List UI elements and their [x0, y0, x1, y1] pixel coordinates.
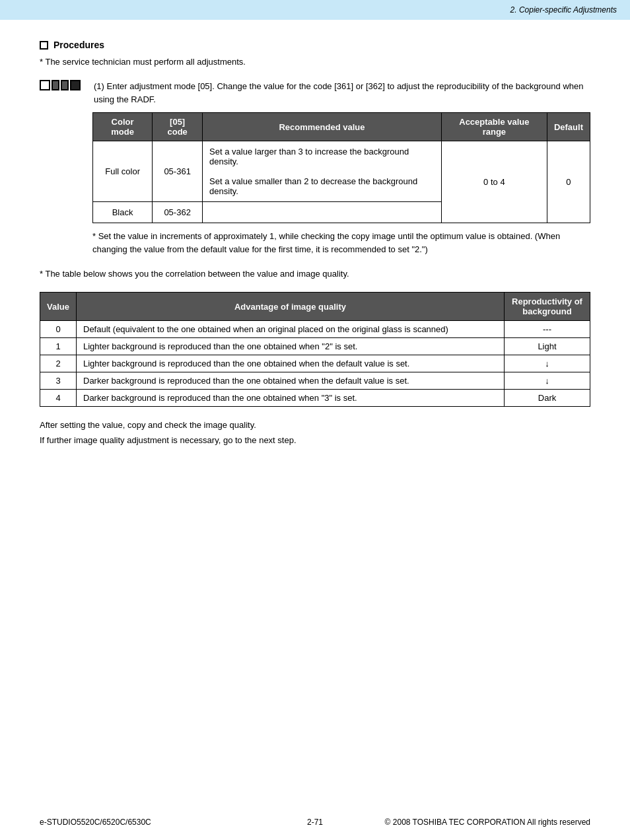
table2-cell-advantage-1: Lighter background is reproduced than th…	[77, 338, 505, 355]
table2-header-repro: Reproductivity of background	[505, 293, 590, 321]
table1: Color mode [05] code Recommended value A…	[92, 112, 590, 223]
page: 2. Copier-specific Adjustments Procedure…	[0, 0, 630, 840]
table1-cell-colormode-0: Full color	[93, 141, 153, 202]
table1-header-code: [05] code	[153, 113, 203, 141]
table2-cell-value-1: 1	[40, 338, 77, 355]
table2-header-advantage: Advantage of image quality	[77, 293, 505, 321]
step1-row: (1) Enter adjustment mode [05]. Change t…	[40, 80, 590, 106]
table1-header-acceptable: Acceptable value range	[441, 113, 547, 141]
table1-cell-code-1: 05-362	[153, 202, 203, 223]
table2-cell-advantage-4: Darker background is reproduced than the…	[77, 390, 505, 407]
table2-row-4: 4 Darker background is reproduced than t…	[40, 390, 590, 407]
step-icons	[40, 80, 86, 90]
table1-cell-default-0: 0	[547, 141, 590, 223]
table2-row-2: 2 Lighter background is reproduced than …	[40, 355, 590, 372]
footer: e-STUDIO5520C/6520C/6530C 2-71 © 2008 TO…	[40, 818, 590, 827]
after-line1: After setting the value, copy and check …	[40, 417, 590, 433]
icon-dark	[70, 80, 81, 90]
content: Procedures * The service technician must…	[0, 20, 630, 488]
header-title: 2. Copier-specific Adjustments	[510, 5, 617, 15]
table2-cell-repro-1: Light	[505, 338, 590, 355]
table1-header-colormode: Color mode	[93, 113, 153, 141]
table1-header-recommended: Recommended value	[203, 113, 442, 141]
table2-cell-advantage-2: Lighter background is reproduced than th…	[77, 355, 505, 372]
table2-row-1: 1 Lighter background is reproduced than …	[40, 338, 590, 355]
table2-cell-value-3: 3	[40, 372, 77, 390]
table2-cell-advantage-3: Darker background is reproduced than the…	[77, 372, 505, 390]
table2-intro: * The table below shows you the correlat…	[40, 269, 590, 279]
table1-cell-recommended-1	[203, 202, 442, 223]
after-text: After setting the value, copy and check …	[40, 417, 590, 448]
note1: * Set the value in increments of approxi…	[92, 230, 590, 256]
footer-center: 2-71	[307, 818, 323, 827]
table2-row-3: 3 Darker background is reproduced than t…	[40, 372, 590, 390]
step1-text: (1) Enter adjustment mode [05]. Change t…	[94, 80, 590, 106]
footer-right: © 2008 TOSHIBA TEC CORPORATION All right…	[385, 818, 590, 827]
table2-cell-repro-0: ---	[505, 321, 590, 338]
icon-filled1	[52, 80, 59, 90]
table2-cell-repro-3: ↓	[505, 372, 590, 390]
icon-white	[40, 80, 50, 90]
procedures-checkbox-icon	[40, 41, 48, 50]
table1-row-0: Full color 05-361 Set a value larger tha…	[93, 141, 590, 202]
table2-cell-value-4: 4	[40, 390, 77, 407]
table2-cell-advantage-0: Default (equivalent to the one obtained …	[77, 321, 505, 338]
procedures-label: Procedures	[53, 40, 104, 50]
table1-cell-acceptable-0: 0 to 4	[441, 141, 547, 223]
table2-cell-value-2: 2	[40, 355, 77, 372]
table1-cell-recommended-0: Set a value larger than 3 to increase th…	[203, 141, 442, 202]
table2-cell-repro-2: ↓	[505, 355, 590, 372]
icon-filled2	[61, 80, 69, 90]
table1-header-default: Default	[547, 113, 590, 141]
procedures-note: * The service technician must perform al…	[40, 57, 590, 67]
table2: Value Advantage of image quality Reprodu…	[40, 292, 590, 407]
table2-cell-repro-4: Dark	[505, 390, 590, 407]
after-line2: If further image quality adjustment is n…	[40, 433, 590, 448]
table1-cell-colormode-1: Black	[93, 202, 153, 223]
table1-cell-code-0: 05-361	[153, 141, 203, 202]
table2-header-value: Value	[40, 293, 77, 321]
table2-row-0: 0 Default (equivalent to the one obtaine…	[40, 321, 590, 338]
footer-left: e-STUDIO5520C/6520C/6530C	[40, 818, 151, 827]
table2-cell-value-0: 0	[40, 321, 77, 338]
header-bar: 2. Copier-specific Adjustments	[0, 0, 630, 20]
procedures-heading: Procedures	[40, 40, 590, 50]
